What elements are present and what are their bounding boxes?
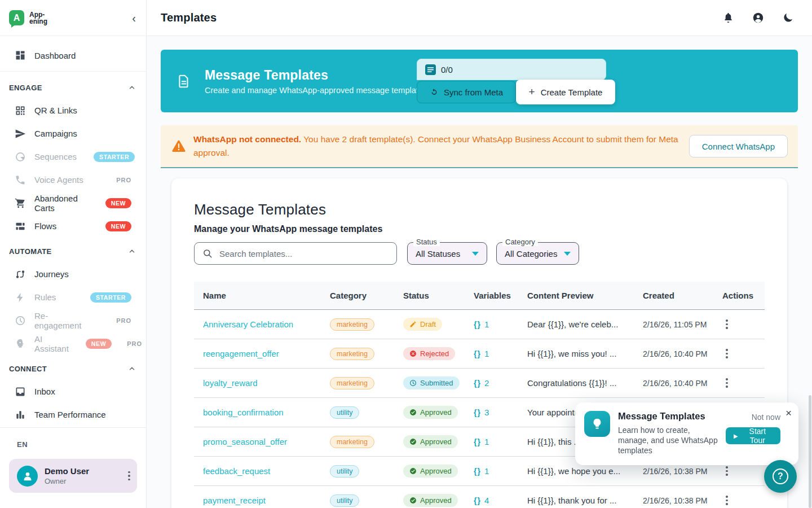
phone-icon [15, 174, 26, 186]
sidebar-item-ai-assistant[interactable]: AI AssistantNEWPRO [8, 332, 138, 355]
template-name-link[interactable]: Anniversary Celebration [203, 319, 293, 329]
badge-new: NEW [86, 339, 112, 349]
sidebar-item-rules[interactable]: RulesSTARTER [8, 286, 138, 309]
variables-count: {}1 [474, 319, 518, 329]
content-preview: Hi {{1}}, thank you for ... [518, 496, 634, 505]
create-template-button[interactable]: + Create Template [516, 80, 615, 104]
column-header-status: Status [394, 291, 465, 300]
connect-whatsapp-button[interactable]: Connect WhatsApp [689, 135, 788, 157]
created-date: 2/16/26, 10:40 PM [634, 349, 713, 358]
sidebar-item-inbox[interactable]: Inbox [8, 380, 138, 403]
braces-icon: {} [474, 467, 481, 476]
page-title: Templates [161, 11, 217, 24]
template-name-link[interactable]: reengagement_offer [203, 349, 279, 358]
sidebar-item-sequences[interactable]: SequencesSTARTER [8, 145, 138, 168]
tour-title: Message Templates [618, 411, 718, 422]
sidebar-item-label: Flows [34, 221, 56, 231]
braces-icon: {} [474, 437, 481, 446]
row-actions-button[interactable] [725, 317, 729, 331]
check-circle-icon [409, 438, 417, 445]
sidebar-collapse-icon[interactable]: ‹ [132, 12, 136, 24]
sidebar-item-abandoned-carts[interactable]: Abandoned CartsNEW [8, 191, 138, 214]
sync-from-meta-button[interactable]: Sync from Meta [417, 81, 516, 103]
row-actions-button[interactable] [725, 464, 729, 478]
close-icon[interactable]: × [785, 408, 792, 418]
created-date: 2/16/26, 10:38 PM [634, 467, 713, 476]
play-icon: ▶ [734, 433, 738, 439]
check-circle-icon [409, 467, 417, 475]
hero-title: Message Templates [205, 68, 427, 83]
user-menu-button[interactable] [127, 469, 131, 483]
variables-count: {}1 [474, 437, 518, 446]
dark-mode-moon-icon[interactable] [782, 12, 794, 24]
status-filter-select[interactable]: Status All Statuses [407, 242, 487, 265]
sidebar-bottom: EN Demo User Owner [0, 427, 146, 508]
sidebar-item-flows[interactable]: FlowsNEW [8, 214, 138, 238]
help-button[interactable]: ? [764, 460, 797, 493]
card-subtitle: Manage your WhatsApp message templates [194, 224, 765, 234]
notifications-bell-icon[interactable] [722, 12, 734, 24]
page-scrollbar[interactable] [809, 395, 811, 508]
sidebar-item-dashboard[interactable]: Dashboard [8, 42, 138, 69]
template-name-link[interactable]: promo_seasonal_offer [203, 437, 287, 446]
braces-icon: {} [474, 496, 481, 505]
start-tour-button[interactable]: ▶Start Tour [726, 427, 780, 444]
table-row: payment_receiptutilityApproved{}4Hi {{1}… [194, 486, 765, 508]
journeys-icon [15, 269, 26, 280]
template-name-link[interactable]: booking_confirmation [203, 408, 284, 417]
sidebar-item-campaigns[interactable]: Campaigns [8, 122, 138, 145]
pencil-icon [409, 321, 417, 328]
nav-section-automate[interactable]: AUTOMATE [8, 240, 138, 262]
templates-table: NameCategoryStatusVariablesContent Previ… [194, 282, 765, 508]
row-actions-button[interactable] [725, 347, 729, 361]
template-name-link[interactable]: loyalty_reward [203, 378, 258, 388]
category-filter-label: Category [502, 238, 538, 246]
chevron-up-icon [128, 84, 136, 91]
status-badge: Draft [403, 318, 442, 331]
chevron-up-icon [128, 247, 136, 255]
pro-label: PRO [127, 340, 142, 347]
dashboard-icon [15, 50, 26, 61]
app-logo[interactable]: A App- ening [9, 10, 47, 25]
not-now-button[interactable]: Not now [752, 413, 780, 422]
sidebar-item-qr-links[interactable]: QR & Links [8, 99, 138, 122]
sidebar-item-label: AI Assistant [34, 334, 69, 353]
search-input[interactable] [219, 249, 389, 259]
hero-subtitle: Create and manage WhatsApp-approved mess… [205, 86, 427, 95]
badge-starter: STARTER [94, 152, 135, 162]
braces-icon: {} [474, 379, 481, 388]
plus-icon: + [529, 86, 535, 98]
check-circle-icon [409, 497, 417, 504]
account-icon[interactable] [752, 12, 764, 24]
template-name-link[interactable]: feedback_request [203, 466, 270, 476]
x-circle-icon [409, 350, 417, 357]
app-logo-text: App- ening [29, 11, 47, 25]
card-title: Message Templates [194, 201, 765, 218]
category-filter-select[interactable]: Category All Categories [496, 242, 579, 265]
nav-section-connect[interactable]: CONNECT [8, 357, 138, 380]
nav-section-engage[interactable]: ENGAGE [8, 76, 138, 99]
status-badge: Approved [403, 494, 458, 507]
sidebar-item-team-performance[interactable]: Team Performance [8, 403, 138, 426]
nav-divider [0, 71, 146, 72]
chevron-down-icon [564, 252, 571, 256]
language-selector[interactable]: EN [17, 440, 137, 449]
counter-value: 0/0 [441, 65, 453, 75]
table-row: loyalty_rewardmarketingSubmitted{}2Congr… [194, 369, 765, 398]
row-actions-button[interactable] [725, 493, 729, 507]
variables-count: {}3 [474, 408, 518, 417]
column-header-category: Category [321, 291, 394, 300]
content-preview: Hi {{1}}, we hope you e... [518, 466, 634, 476]
sidebar-item-label: Sequences [34, 152, 77, 161]
variables-count: {}4 [474, 496, 518, 505]
sidebar-item-re-engagement[interactable]: Re-engagementPRO [8, 309, 138, 332]
clock-icon [409, 379, 417, 387]
column-header-actions: Actions [713, 291, 765, 300]
user-card[interactable]: Demo User Owner [9, 459, 137, 493]
column-header-variables: Variables [465, 291, 518, 300]
template-name-link[interactable]: payment_receipt [203, 496, 266, 505]
row-actions-button[interactable] [725, 376, 729, 390]
sidebar-item-journeys[interactable]: Journeys [8, 262, 138, 286]
sidebar-item-voice-agents[interactable]: Voice AgentsPRO [8, 168, 138, 191]
qr-icon [15, 105, 26, 116]
